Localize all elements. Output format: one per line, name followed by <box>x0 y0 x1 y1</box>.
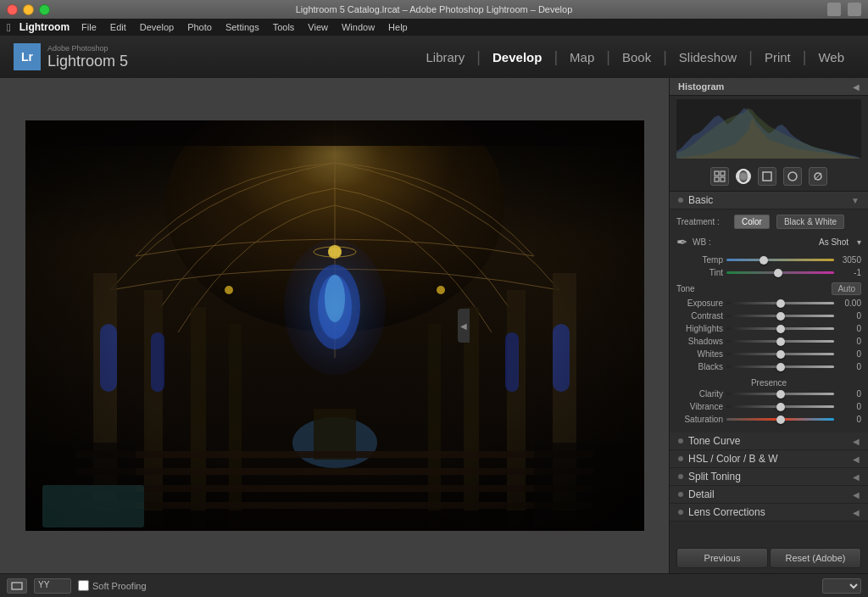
nav-print[interactable]: Print <box>754 47 801 68</box>
blacks-thumb[interactable] <box>776 363 785 371</box>
basic-panel-header[interactable]: Basic ▼ <box>670 192 868 209</box>
adobe-label: Adobe Photoshop <box>47 44 128 53</box>
histogram-header[interactable]: Histogram ◀ <box>670 78 868 96</box>
split-toning-section[interactable]: Split Toning ◀ <box>670 468 868 486</box>
gradient-tool-icon[interactable] <box>809 167 827 186</box>
exposure-slider[interactable] <box>726 302 834 304</box>
hsl-title: HSL / Color / B & W <box>688 453 848 465</box>
menu-help[interactable]: Help <box>383 22 413 32</box>
menu-edit[interactable]: Edit <box>105 22 131 32</box>
tb-icon-1 <box>827 3 841 16</box>
vibrance-slider[interactable] <box>726 405 834 408</box>
tint-value: -1 <box>837 268 861 277</box>
treatment-bw-btn[interactable]: Black & White <box>776 215 844 229</box>
clarity-slider-row: Clarity 0 <box>676 389 861 399</box>
photo-area: ◀ <box>0 78 669 573</box>
hsl-arrow: ◀ <box>853 455 860 464</box>
temp-thumb[interactable] <box>760 256 768 265</box>
highlights-thumb[interactable] <box>776 325 785 333</box>
basic-panel-arrow: ▼ <box>851 196 860 205</box>
view-single-btn[interactable] <box>7 578 27 594</box>
whites-thumb[interactable] <box>776 350 785 359</box>
nav-sep-2: | <box>554 48 558 66</box>
title-bar: Lightroom 5 Catalog.lrcat – Adobe Photos… <box>0 0 868 19</box>
nav-book[interactable]: Book <box>612 47 661 68</box>
nav-library[interactable]: Library <box>415 47 475 68</box>
nav-develop[interactable]: Develop <box>482 47 552 68</box>
view-mode-select[interactable]: YY <box>34 578 71 594</box>
whites-slider[interactable] <box>726 353 834 355</box>
lens-arrow: ◀ <box>853 508 860 517</box>
contrast-slider[interactable] <box>726 315 834 317</box>
nav-sep-6: | <box>803 48 807 66</box>
clarity-label: Clarity <box>676 389 723 399</box>
saturation-slider[interactable] <box>726 418 834 421</box>
wb-label: WB : <box>693 237 711 247</box>
right-panel-toggle[interactable]: ◀ <box>458 309 470 343</box>
app-menu-name[interactable]: Lightroom <box>19 21 70 33</box>
tint-slider[interactable] <box>726 271 834 274</box>
exposure-label: Exposure <box>676 298 723 308</box>
highlights-slider[interactable] <box>726 327 834 330</box>
shadows-slider-row: Shadows 0 <box>676 337 861 346</box>
maximize-button[interactable] <box>39 4 50 15</box>
contrast-label: Contrast <box>676 311 723 321</box>
menu-view[interactable]: View <box>303 22 333 32</box>
tone-section-label: Tone <box>676 284 695 293</box>
photo-container[interactable] <box>25 120 644 531</box>
blacks-slider[interactable] <box>726 365 834 368</box>
histogram-chart <box>676 99 861 159</box>
apple-menu[interactable]:  <box>7 21 11 34</box>
wb-picker-icon[interactable]: ✒ <box>676 234 687 250</box>
vibrance-value: 0 <box>837 402 861 411</box>
window-controls[interactable] <box>7 4 50 15</box>
right-panel: Histogram ◀ <box>669 78 868 573</box>
split-toning-arrow: ◀ <box>853 472 860 482</box>
exposure-thumb[interactable] <box>776 299 785 308</box>
histogram-arrow: ◀ <box>853 82 860 92</box>
minimize-button[interactable] <box>23 4 34 15</box>
close-button[interactable] <box>7 4 18 15</box>
whites-value: 0 <box>837 349 861 359</box>
previous-button[interactable]: Previous <box>676 548 768 568</box>
soft-proof-checkbox[interactable] <box>78 580 89 591</box>
menu-photo[interactable]: Photo <box>182 22 217 32</box>
menu-window[interactable]: Window <box>337 22 380 32</box>
menu-tools[interactable]: Tools <box>268 22 300 32</box>
app-logo: Lr Adobe Photoshop Lightroom 5 <box>14 43 128 70</box>
heal-tool-icon[interactable] <box>783 167 802 186</box>
hsl-section[interactable]: HSL / Color / B & W ◀ <box>670 450 868 468</box>
presence-label: Presence <box>676 375 861 389</box>
detail-section[interactable]: Detail ◀ <box>670 486 868 504</box>
tone-curve-title: Tone Curve <box>688 435 848 447</box>
toolbar-end-dropdown[interactable] <box>822 578 861 594</box>
grid-tool-icon[interactable] <box>710 167 729 186</box>
menu-settings[interactable]: Settings <box>220 22 264 32</box>
svg-rect-37 <box>715 177 719 181</box>
vibrance-thumb[interactable] <box>776 403 785 411</box>
shadows-slider[interactable] <box>726 340 834 343</box>
shadows-thumb[interactable] <box>776 338 785 346</box>
menu-file[interactable]: File <box>76 22 102 32</box>
basic-panel-title: Basic <box>688 194 846 206</box>
temp-slider[interactable] <box>726 259 834 261</box>
tint-thumb[interactable] <box>774 269 782 277</box>
nav-slideshow[interactable]: Slideshow <box>669 47 747 68</box>
clarity-thumb[interactable] <box>776 390 785 399</box>
saturation-thumb[interactable] <box>776 416 785 424</box>
contrast-thumb[interactable] <box>776 312 785 321</box>
reset-button[interactable]: Reset (Adobe) <box>770 548 861 568</box>
crop-tool-icon[interactable] <box>758 167 776 186</box>
menu-develop[interactable]: Develop <box>135 22 179 32</box>
auto-button[interactable]: Auto <box>832 282 861 295</box>
nav-map[interactable]: Map <box>559 47 604 68</box>
tone-curve-section[interactable]: Tone Curve ◀ <box>670 432 868 450</box>
clarity-slider[interactable] <box>726 393 834 395</box>
tone-auto-row: Tone Auto <box>676 281 861 297</box>
tb-icon-2 <box>848 3 861 16</box>
detail-arrow: ◀ <box>853 490 860 499</box>
circle-tool-icon[interactable] <box>736 169 751 184</box>
nav-web[interactable]: Web <box>808 47 854 68</box>
lens-corrections-section[interactable]: Lens Corrections ◀ <box>670 504 868 522</box>
treatment-color-btn[interactable]: Color <box>734 215 770 229</box>
